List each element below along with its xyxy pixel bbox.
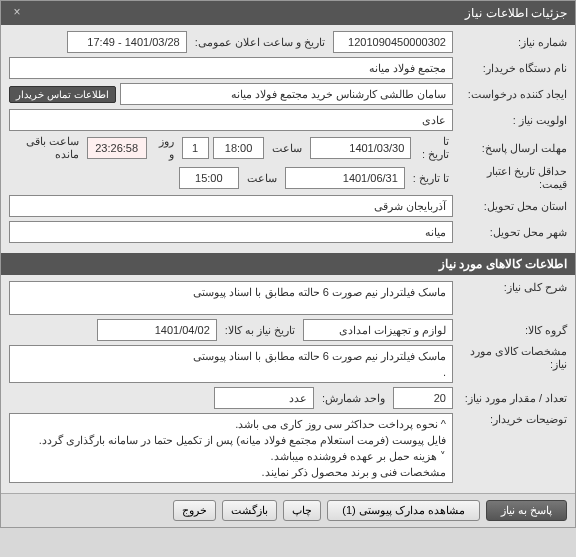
button-bar: پاسخ به نیاز مشاهده مدارک پیوستی (1) چاپ… [1,493,575,527]
priority-field: عادی [9,109,453,131]
validity-label: حداقل تاریخ اعتبار قیمت: [457,165,567,191]
to-date-label: تا تاریخ : [415,135,453,161]
print-button[interactable]: چاپ [283,500,321,521]
days-left-field: 1 [182,137,209,159]
exit-button[interactable]: خروج [173,500,216,521]
need-form: شماره نیاز: 1201090450000302 تاریخ و ساع… [1,25,575,253]
group-label: گروه کالا: [457,324,567,337]
need-number-label: شماره نیاز: [457,36,567,49]
city-label: شهر محل تحویل: [457,226,567,239]
remaining-label: ساعت باقی مانده [9,135,83,161]
time-label-1: ساعت [268,142,306,155]
deadline-label: مهلت ارسال پاسخ: [457,142,567,155]
need-date-label: تاریخ نیاز به کالا: [221,324,299,337]
announce-label: تاریخ و ساعت اعلان عمومی: [191,36,329,49]
spec-label: مشخصات کالای مورد نیاز: [457,345,567,371]
desc-label: شرح کلی نیاز: [457,281,567,294]
countdown-field: 23:26:58 [87,137,147,159]
group-field: لوازم و تجهیزات امدادی [303,319,453,341]
creator-label: ایجاد کننده درخواست: [457,88,567,101]
validity-time-field: 15:00 [179,167,239,189]
window-title: جزئیات اطلاعات نیاز [465,6,567,20]
desc-field: ماسک فیلتردار نیم صورت 6 حالته مطابق با … [9,281,453,315]
unit-field: عدد [214,387,314,409]
goods-section-header: اطلاعات کالاهای مورد نیاز [1,253,575,275]
notes-field: ^ نحوه پرداخت حداکثر سی روز کاری می باشد… [9,413,453,483]
deadline-time-field: 18:00 [213,137,265,159]
qty-label: تعداد / مقدار مورد نیاز: [457,392,567,405]
spec-field: ماسک فیلتردار نیم صورت 6 حالته مطابق با … [9,345,453,383]
contact-buyer-button[interactable]: اطلاعات تماس خریدار [9,86,116,103]
need-details-window: جزئیات اطلاعات نیاز × شماره نیاز: 120109… [0,0,576,528]
priority-label: اولویت نیاز : [457,114,567,127]
attachments-button[interactable]: مشاهده مدارک پیوستی (1) [327,500,480,521]
goods-form: شرح کلی نیاز: ماسک فیلتردار نیم صورت 6 ح… [1,275,575,493]
validity-date-field: 1401/06/31 [285,167,405,189]
time-label-2: ساعت [243,172,281,185]
buyer-label: نام دستگاه خریدار: [457,62,567,75]
province-field: آذربایجان شرقی [9,195,453,217]
unit-label: واحد شمارش: [318,392,389,405]
window-titlebar: جزئیات اطلاعات نیاز × [1,1,575,25]
city-field: میانه [9,221,453,243]
province-label: استان محل تحویل: [457,200,567,213]
need-number-field: 1201090450000302 [333,31,453,53]
buyer-field: مجتمع فولاد میانه [9,57,453,79]
qty-field: 20 [393,387,453,409]
deadline-date-field: 1401/03/30 [310,137,411,159]
back-button[interactable]: بازگشت [222,500,277,521]
to-date-label-2: تا تاریخ : [409,172,453,185]
days-and-label: روز و [151,135,178,161]
close-icon[interactable]: × [9,5,25,21]
announce-field: 1401/03/28 - 17:49 [67,31,187,53]
creator-field: سامان طالشی کارشناس خرید مجتمع فولاد میا… [120,83,453,105]
need-date-field: 1401/04/02 [97,319,217,341]
reply-button[interactable]: پاسخ به نیاز [486,500,567,521]
notes-label: توضیحات خریدار: [457,413,567,426]
